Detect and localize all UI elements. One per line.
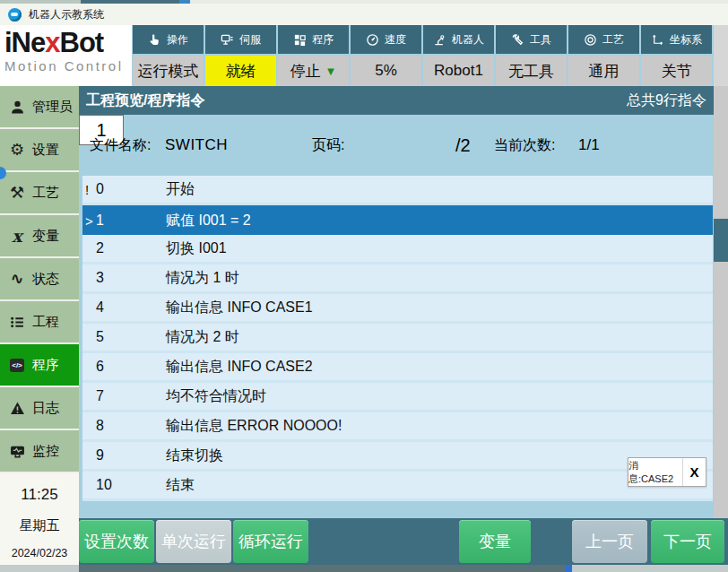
toolbar-tab-tool[interactable]: 工具: [496, 25, 567, 54]
robot-select-button[interactable]: Robot1: [423, 56, 494, 86]
clock-panel: 11:25 星期五 2024/02/23: [0, 473, 79, 572]
file-info-row: 文件名称: SWITCH 页码: /2 当前次数: 1/1: [79, 115, 714, 176]
row-instruction: 输出信息 INFO CASE2: [166, 358, 313, 377]
row-number: 6: [96, 359, 104, 375]
row-number: 4: [96, 299, 104, 316]
row-instruction: 开始: [166, 180, 195, 199]
toolbar-col-coordinate: 坐标系 关节: [641, 25, 712, 86]
row-number: 2: [96, 240, 104, 256]
total-instructions-label: 总共9行指令: [627, 91, 706, 110]
sidebar-item-label: 工程: [32, 314, 59, 331]
sidebar-item-admin[interactable]: 管理员: [0, 86, 79, 127]
sidebar-item-label: 日志: [32, 400, 59, 417]
app-icon: [8, 8, 22, 22]
clock-time: 11:25: [21, 486, 57, 504]
close-icon[interactable]: X: [683, 458, 706, 486]
row-number: 1: [96, 212, 104, 229]
row-marker: >: [85, 212, 93, 228]
craft-select-button[interactable]: 通用: [568, 56, 639, 86]
window-titlebar: 机器人示教系统: [0, 4, 728, 25]
main-header-bar: 工程预览/程序指令 总共9行指令: [79, 86, 714, 115]
vertical-scrollbar-thumb[interactable]: [714, 219, 728, 262]
run-mode-button[interactable]: 运行模式: [133, 56, 204, 86]
row-number: 7: [96, 388, 104, 404]
stop-dropdown-icon[interactable]: ▼: [325, 65, 337, 78]
toolbar-col-speed: 速度 5%: [351, 25, 421, 86]
variable-icon: x: [7, 226, 27, 246]
clock-date: 2024/02/23: [12, 547, 68, 559]
hand-icon: [148, 33, 161, 47]
row-instruction: 均不符合情况时: [166, 387, 266, 406]
servo-status-badge[interactable]: 就绪: [205, 56, 276, 86]
code-icon: </>: [7, 359, 27, 372]
program-row[interactable]: ! 0 开始: [82, 176, 713, 203]
toolbar-col-robot: 机器人 Robot1: [423, 25, 494, 86]
page-number-label: 页码:: [312, 136, 344, 155]
sidebar-item-label: 设置: [32, 142, 59, 159]
row-number: 8: [96, 418, 104, 434]
horizontal-scrollbar[interactable]: [0, 565, 728, 572]
sidebar-item-log[interactable]: 日志: [0, 387, 79, 429]
servo-icon: [221, 33, 234, 47]
sidebar-item-settings[interactable]: ⚙ 设置: [0, 129, 79, 170]
row-instruction: 赋值 I001 = 2: [166, 211, 251, 230]
single-run-button[interactable]: 单次运行: [156, 520, 231, 563]
stop-status-button[interactable]: 停止 ▼: [278, 56, 349, 86]
program-row-selected[interactable]: > 1 赋值 I001 = 2: [82, 205, 713, 235]
previous-page-button[interactable]: 上一页: [572, 520, 647, 563]
row-number: 9: [96, 447, 104, 464]
sidebar-item-variables[interactable]: x 变量: [0, 215, 79, 256]
toolbar-col-operation: 操作 运行模式: [133, 25, 204, 86]
window-title: 机器人示教系统: [29, 7, 104, 22]
sidebar-item-label: 监控: [32, 443, 59, 460]
sidebar-item-project[interactable]: 工程: [0, 301, 79, 342]
row-instruction: 输出信息 INFO CASE1: [166, 299, 313, 317]
sidebar-item-status[interactable]: ∿ 状态: [0, 258, 79, 299]
program-row[interactable]: 10 结束: [82, 472, 713, 498]
toolbar-col-program: 程序 停止 ▼: [278, 25, 349, 86]
sidebar-item-label: 变量: [32, 228, 59, 245]
program-row[interactable]: 3 情况为 1 时: [82, 264, 713, 291]
program-row[interactable]: 5 情况为 2 时: [82, 324, 713, 351]
toolbar-tab-craft[interactable]: 工艺: [568, 25, 639, 54]
program-row[interactable]: 4 输出信息 INFO CASE1: [82, 294, 713, 321]
coordinate-select-button[interactable]: 关节: [641, 56, 712, 86]
next-page-button[interactable]: 下一页: [651, 520, 724, 563]
toolbar-col-servo: 伺服 就绪: [205, 25, 276, 86]
toolbar-tab-speed[interactable]: 速度: [351, 25, 421, 54]
toolbar-tab-program[interactable]: 程序: [278, 25, 349, 54]
toolbar-tab-servo[interactable]: 伺服: [205, 25, 276, 54]
wrench-icon: [511, 33, 524, 47]
status-wave-icon: ∿: [7, 269, 27, 289]
program-row[interactable]: 8 输出信息 ERROR NOOOO!: [82, 412, 713, 439]
speed-value-button[interactable]: 5%: [351, 56, 421, 86]
coordinate-icon: [651, 33, 664, 47]
user-icon: [7, 100, 27, 115]
vertical-scrollbar[interactable]: [714, 86, 728, 518]
toolbar-tab-operation[interactable]: 操作: [133, 25, 204, 54]
program-row[interactable]: 6 输出信息 INFO CASE2: [82, 353, 713, 380]
sidebar-item-label: 工艺: [32, 185, 59, 202]
tool-select-button[interactable]: 无工具: [496, 56, 567, 86]
sidebar-item-monitor[interactable]: 监控: [0, 430, 79, 472]
program-row[interactable]: 2 切换 I001: [82, 235, 713, 262]
sidebar-item-program[interactable]: </> 程序: [0, 344, 79, 386]
sidebar-item-craft[interactable]: ⚒ 工艺: [0, 172, 79, 213]
horizontal-scrollbar-thumb[interactable]: [565, 565, 572, 572]
toolbar-tab-robot[interactable]: 机器人: [423, 25, 494, 54]
set-count-button[interactable]: 设置次数: [79, 520, 154, 563]
row-number: 3: [96, 270, 104, 286]
brand-logo: iNexBot Motion Control: [0, 25, 132, 86]
toolbar-tab-coordinate[interactable]: 坐标系: [641, 25, 712, 54]
warning-icon: [7, 401, 27, 416]
message-popup: 消息:CASE2 X: [628, 457, 706, 487]
robot-teach-pendant-screen: 机器人示教系统 iNexBot Motion Control 操作 运行模式 伺…: [0, 0, 728, 572]
loop-run-button[interactable]: 循环运行: [233, 520, 308, 563]
variables-button[interactable]: 变量: [459, 520, 531, 563]
program-row[interactable]: 7 均不符合情况时: [82, 383, 713, 410]
robot-arm-icon: [433, 33, 446, 47]
tools-icon: ⚒: [7, 183, 27, 203]
program-row[interactable]: 9 结束切换: [82, 442, 713, 469]
sidebar-item-label: 状态: [32, 271, 59, 288]
program-instruction-list: ! 0 开始 > 1 赋值 I001 = 2 2 切换 I001 3 情况为 1…: [82, 176, 713, 501]
